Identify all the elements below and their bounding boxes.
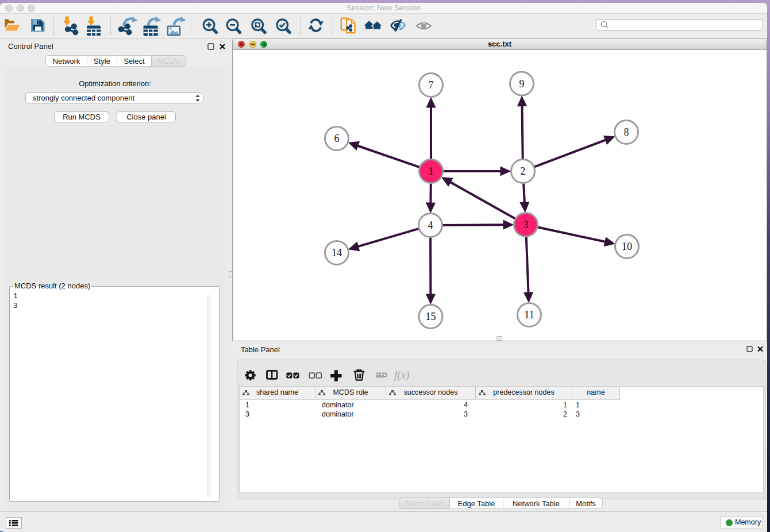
svg-text:14: 14 — [332, 247, 342, 259]
svg-text:2: 2 — [521, 165, 526, 177]
svg-text:8: 8 — [624, 126, 629, 138]
svg-text:3: 3 — [523, 219, 529, 230]
svg-text:10: 10 — [622, 241, 632, 252]
svg-text:6: 6 — [334, 133, 340, 144]
svg-text:9: 9 — [519, 78, 525, 90]
svg-text:1: 1 — [429, 165, 434, 177]
svg-text:15: 15 — [426, 311, 436, 322]
svg-text:11: 11 — [524, 309, 534, 321]
svg-text:4: 4 — [428, 219, 433, 231]
svg-text:f(x): f(x) — [394, 369, 409, 381]
svg-text:7: 7 — [429, 79, 434, 91]
